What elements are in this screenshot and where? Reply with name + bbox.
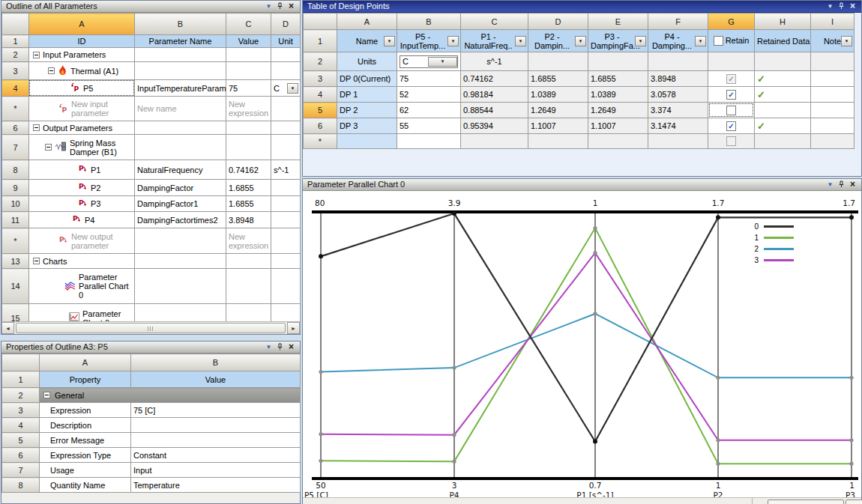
row-number[interactable]: 3 [2, 62, 29, 80]
header-retain[interactable]: Retain [708, 30, 755, 52]
row-number[interactable]: 9 [2, 180, 29, 196]
units-combo[interactable]: C▼ [400, 55, 458, 68]
cell-p4-value[interactable]: 3.8948 [226, 212, 271, 228]
outline-header-unit[interactable]: Unit [271, 35, 301, 48]
column-header-d[interactable]: D [271, 13, 301, 35]
cell-dp2-note[interactable] [811, 103, 855, 118]
cell-dp2-retained[interactable] [755, 103, 811, 118]
column-header-e[interactable]: E [588, 13, 648, 30]
collapse-icon[interactable] [43, 392, 50, 398]
retain-checkbox-checked[interactable]: ✓ [726, 90, 736, 100]
retain-checkbox-checked-disabled[interactable]: ✓ [726, 74, 736, 84]
cell-description-label[interactable]: Description [40, 418, 131, 433]
cell[interactable] [755, 52, 811, 71]
row-number-selected[interactable]: 4 [2, 80, 29, 97]
scrollbar-thumb[interactable] [16, 323, 286, 333]
cell-quantity-name-value[interactable]: Temperature [131, 478, 301, 493]
bottom-widget-button[interactable] [768, 500, 844, 504]
cell-dp2-p3[interactable]: 1.2649 [588, 103, 648, 118]
cell-dp1-note[interactable] [811, 87, 855, 103]
cell[interactable] [135, 228, 226, 254]
retain-all-checkbox[interactable] [714, 36, 723, 46]
horizontal-scrollbar[interactable]: ◄ ► [1, 321, 300, 334]
corner-cell[interactable] [304, 13, 337, 30]
cell-units-temp[interactable]: C▼ [397, 52, 461, 71]
cell-dp2-name[interactable]: DP 2 [337, 103, 397, 118]
column-header-h[interactable]: H [755, 13, 811, 30]
outline-header-id[interactable]: ID [29, 35, 135, 48]
close-icon[interactable]: × [286, 1, 297, 11]
cell-p5-name[interactable]: InputTemperatureParam [135, 80, 226, 97]
row-number[interactable]: 2 [2, 48, 29, 62]
cell[interactable] [648, 134, 708, 149]
cell-p3-value[interactable]: 1.6855 [226, 196, 271, 212]
cell-dp1-p2[interactable]: 1.0389 [528, 87, 588, 103]
cell-description-value[interactable] [131, 418, 301, 433]
row-number[interactable]: 3 [304, 71, 337, 87]
row-number[interactable]: 11 [2, 212, 29, 228]
pin-icon[interactable] [836, 1, 847, 11]
cell-charts[interactable]: Charts [29, 254, 135, 269]
row-number[interactable]: 4 [2, 418, 40, 433]
cell[interactable] [226, 121, 271, 135]
header-note[interactable]: Note▼ [811, 30, 855, 52]
row-number[interactable]: 1 [2, 371, 40, 388]
cell-new-input[interactable]: PNew input parameter [29, 97, 135, 121]
close-icon[interactable]: × [847, 1, 858, 11]
header-p4[interactable]: P4 -Damping...▼ [648, 30, 708, 52]
column-header-a[interactable]: A [40, 354, 131, 371]
cell[interactable] [271, 269, 301, 304]
row-number[interactable]: * [304, 134, 337, 149]
collapse-icon[interactable] [33, 124, 40, 131]
cell-usage-label[interactable]: Usage [40, 463, 131, 478]
cell[interactable] [271, 196, 301, 212]
row-number[interactable]: 8 [2, 478, 40, 493]
cell-dp1-retained[interactable]: ✓ [755, 87, 811, 103]
cell-new-output[interactable]: PNew output parameter [29, 228, 135, 254]
cell-p2-name[interactable]: DampingFactor [135, 180, 226, 196]
cell-new-dp-p5[interactable] [397, 134, 461, 149]
row-number[interactable]: * [2, 228, 29, 254]
pin-icon[interactable] [836, 180, 847, 189]
cell[interactable] [271, 254, 301, 269]
cell-dp1-name[interactable]: DP 1 [337, 87, 397, 103]
row-number[interactable]: 6 [2, 448, 40, 463]
row-number[interactable]: 6 [304, 118, 337, 134]
cell-dp3-retained[interactable]: ✓ [755, 118, 811, 134]
header-name[interactable]: Name▼ [337, 30, 397, 52]
collapse-icon[interactable] [33, 258, 40, 264]
column-header-b[interactable]: B [131, 354, 301, 371]
cell-units-freq[interactable]: s^-1 [461, 52, 528, 71]
filter-dropdown-icon[interactable]: ▼ [447, 36, 459, 46]
cell[interactable] [271, 97, 301, 121]
cell-dp2-p4[interactable]: 3.374 [648, 103, 708, 118]
cell[interactable] [271, 62, 301, 80]
cell[interactable] [135, 62, 226, 80]
cell-input-parameters[interactable]: Input Parameters [29, 48, 135, 62]
cell[interactable] [528, 134, 588, 149]
filter-dropdown-icon[interactable]: ▼ [695, 36, 706, 46]
cell-general-group[interactable]: General [40, 388, 301, 403]
cell[interactable] [135, 269, 226, 304]
cell-dp0-p2[interactable]: 1.6855 [528, 71, 588, 87]
cell-quantity-name-label[interactable]: Quantity Name [40, 478, 131, 493]
cell[interactable] [588, 52, 648, 71]
cell[interactable] [588, 134, 648, 149]
cell[interactable] [135, 254, 226, 269]
cell[interactable] [271, 212, 301, 228]
bottom-widget-button[interactable] [846, 500, 862, 504]
row-number[interactable]: 5 [2, 433, 40, 448]
row-number[interactable]: 14 [2, 269, 29, 304]
cell-p5-value[interactable]: 75 [226, 80, 271, 97]
column-header-d[interactable]: D [528, 13, 588, 30]
cell[interactable] [708, 52, 755, 71]
row-number[interactable]: 7 [2, 135, 29, 160]
cell[interactable] [271, 228, 301, 254]
cell-thermal[interactable]: Thermal (A1) [29, 62, 135, 80]
column-header-c[interactable]: C [461, 13, 528, 30]
cell[interactable] [226, 269, 271, 304]
outline-header-name[interactable]: Parameter Name [135, 35, 226, 48]
cell-expression-type-label[interactable]: Expression Type [40, 448, 131, 463]
column-header-a[interactable]: A [29, 13, 135, 35]
cell-p4-name[interactable]: DampingFactortimes2 [135, 212, 226, 228]
